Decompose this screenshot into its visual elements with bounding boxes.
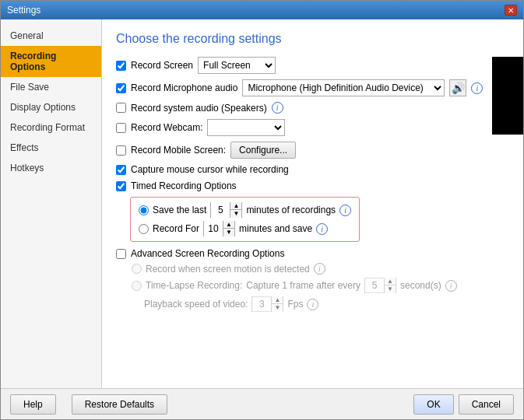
ok-button[interactable]: OK: [413, 394, 453, 415]
window-title: Settings: [7, 5, 40, 16]
record-webcam-label: Record Webcam:: [131, 122, 202, 133]
playback-label1: Playback speed of video:: [144, 299, 248, 310]
save-last-input[interactable]: 5: [211, 202, 230, 218]
configure-button[interactable]: Configure...: [230, 142, 296, 159]
help-button[interactable]: Help: [10, 394, 56, 415]
recording-options-panel: Choose the recording settings Record Scr…: [102, 19, 523, 388]
save-last-radio[interactable]: [139, 205, 149, 215]
title-bar: Settings ✕: [1, 1, 523, 19]
page-title: Choose the recording settings: [116, 32, 509, 46]
timelapse-label1: Time-Lapse Recording:: [146, 280, 242, 291]
playback-up: ▲: [272, 296, 283, 304]
capture-mouse-checkbox[interactable]: [116, 165, 126, 175]
save-last-down[interactable]: ▼: [230, 210, 241, 218]
playback-row: Playback speed of video: 3 ▲ ▼ Fps i: [132, 296, 483, 312]
record-microphone-checkbox[interactable]: [116, 83, 126, 93]
playback-info-icon[interactable]: i: [307, 299, 318, 310]
options-left: Record Screen Full Screen Record Microph…: [116, 57, 483, 315]
settings-window: Settings ✕ General Recording Options Fil…: [0, 0, 524, 420]
cancel-button[interactable]: Cancel: [459, 394, 514, 415]
playback-label2: Fps: [287, 299, 303, 310]
motion-detection-info-icon[interactable]: i: [314, 263, 325, 275]
record-mobile-row: Record Mobile Screen: Configure...: [116, 142, 483, 159]
microphone-info-icon[interactable]: i: [471, 82, 483, 94]
save-last-spinbox: 5 ▲ ▼: [210, 202, 242, 218]
footer-left: Help Restore Defaults: [10, 394, 413, 415]
record-for-label1: Record For: [153, 223, 199, 234]
advanced-options-checkbox[interactable]: [116, 249, 126, 259]
capture-mouse-row: Capture mouse cursor while recording: [116, 164, 483, 175]
record-for-up[interactable]: ▲: [223, 221, 234, 229]
record-microphone-select[interactable]: Microphone (High Definition Audio Device…: [242, 79, 445, 96]
record-microphone-label: Record Microphone audio: [131, 82, 237, 93]
sidebar: General Recording Options File Save Disp…: [1, 19, 102, 388]
record-for-down[interactable]: ▼: [223, 229, 234, 236]
record-screen-checkbox[interactable]: [116, 61, 126, 71]
record-webcam-row: Record Webcam:: [116, 119, 483, 136]
record-for-radio[interactable]: [139, 224, 149, 234]
record-system-audio-label: Record system audio (Speakers): [131, 103, 267, 114]
sidebar-item-display-options[interactable]: Display Options: [1, 97, 101, 117]
sidebar-item-file-save[interactable]: File Save: [1, 77, 101, 97]
playback-input[interactable]: 3: [252, 296, 271, 312]
record-webcam-checkbox[interactable]: [116, 123, 126, 133]
timelapse-up: ▲: [385, 278, 396, 285]
record-system-audio-row: Record system audio (Speakers) i: [116, 102, 483, 114]
record-for-row: Record For 10 ▲ ▼ minutes and save i: [139, 221, 351, 236]
save-last-arrows: ▲ ▼: [230, 202, 241, 218]
sidebar-item-hotkeys[interactable]: Hotkeys: [1, 158, 101, 178]
playback-arrows: ▲ ▼: [271, 296, 283, 312]
timed-section: Save the last 5 ▲ ▼ minutes of recording…: [130, 197, 360, 242]
record-for-info-icon[interactable]: i: [316, 223, 328, 235]
playback-spinbox: 3 ▲ ▼: [251, 296, 283, 312]
save-last-row: Save the last 5 ▲ ▼ minutes of recording…: [139, 202, 351, 218]
timelapse-info-icon[interactable]: i: [445, 280, 457, 292]
playback-down: ▼: [272, 304, 283, 312]
footer-right: OK Cancel: [413, 394, 514, 415]
timelapse-arrows: ▲ ▼: [384, 278, 396, 293]
motion-detection-label: Record when screen motion is detected: [146, 264, 310, 275]
close-button[interactable]: ✕: [505, 5, 517, 16]
save-last-info-icon[interactable]: i: [339, 205, 351, 216]
save-last-label1: Save the last: [153, 205, 206, 215]
advanced-section: Advanced Screen Recording Options Record…: [116, 248, 483, 312]
record-mobile-label: Record Mobile Screen:: [131, 145, 226, 156]
sidebar-item-effects[interactable]: Effects: [1, 138, 101, 158]
restore-defaults-button[interactable]: Restore Defaults: [72, 394, 167, 415]
timelapse-radio[interactable]: [132, 281, 142, 291]
motion-detection-row: Record when screen motion is detected i: [132, 263, 483, 275]
timelapse-down: ▼: [385, 285, 396, 293]
timed-options-row: Timed Recording Options: [116, 180, 483, 191]
capture-mouse-label: Capture mouse cursor while recording: [131, 164, 289, 175]
record-screen-label: Record Screen: [131, 60, 193, 71]
sidebar-item-general[interactable]: General: [1, 26, 101, 46]
system-audio-info-icon[interactable]: i: [272, 102, 283, 114]
timed-options-checkbox[interactable]: [116, 181, 126, 191]
record-for-arrows: ▲ ▼: [223, 221, 234, 236]
sidebar-item-recording-format[interactable]: Recording Format: [1, 117, 101, 138]
record-for-input[interactable]: 10: [204, 221, 223, 236]
record-screen-row: Record Screen Full Screen: [116, 57, 483, 74]
advanced-options-label: Advanced Screen Recording Options: [131, 248, 284, 259]
advanced-options-row: Advanced Screen Recording Options: [116, 248, 483, 259]
record-webcam-select[interactable]: [207, 119, 285, 136]
main-layout: General Recording Options File Save Disp…: [1, 19, 523, 388]
timed-options-label: Timed Recording Options: [131, 180, 237, 191]
timelapse-label3: second(s): [400, 280, 441, 291]
record-system-audio-checkbox[interactable]: [116, 103, 126, 113]
timelapse-spinbox: 5 ▲ ▼: [364, 278, 396, 293]
save-last-up[interactable]: ▲: [230, 202, 241, 210]
record-mobile-checkbox[interactable]: [116, 145, 126, 156]
record-microphone-row: Record Microphone audio Microphone (High…: [116, 79, 483, 96]
record-for-label2: minutes and save: [239, 223, 312, 234]
timelapse-input[interactable]: 5: [365, 278, 384, 293]
timelapse-row: Time-Lapse Recording: Capture 1 frame af…: [132, 278, 483, 293]
record-screen-select[interactable]: Full Screen: [198, 57, 276, 74]
camera-preview: Camera Preview: [492, 57, 523, 135]
save-last-label2: minutes of recordings: [246, 205, 336, 215]
footer: Help Restore Defaults OK Cancel: [1, 388, 523, 419]
audio-settings-button[interactable]: 🔊: [449, 79, 466, 96]
motion-detection-radio[interactable]: [132, 264, 142, 274]
sidebar-item-recording-options[interactable]: Recording Options: [1, 46, 101, 77]
record-for-spinbox: 10 ▲ ▼: [203, 221, 235, 236]
